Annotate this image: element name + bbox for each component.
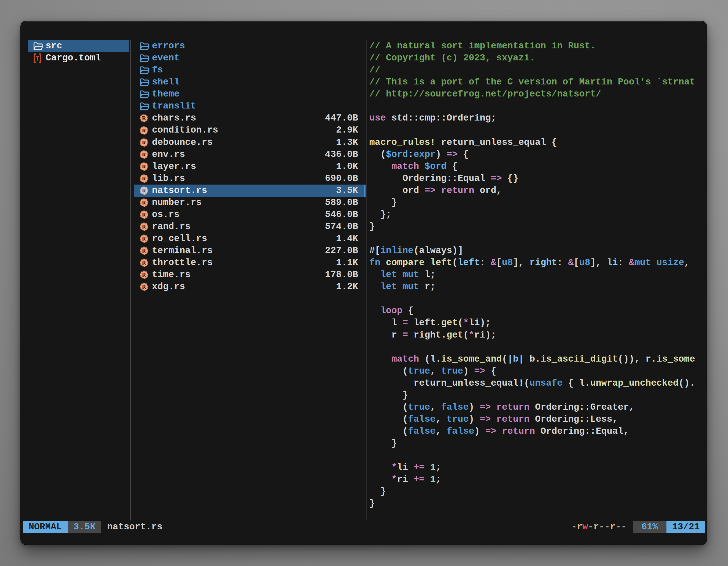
svg-text:R: R (142, 128, 146, 133)
svg-text:R: R (142, 164, 146, 170)
svg-text:R: R (142, 224, 146, 230)
svg-text:R: R (142, 272, 146, 278)
svg-text:R: R (142, 212, 146, 218)
svg-text:R: R (142, 260, 146, 266)
svg-text:R: R (142, 200, 146, 206)
svg-text:R: R (142, 248, 146, 254)
svg-text:R: R (142, 116, 146, 121)
svg-text:R: R (142, 140, 146, 146)
svg-text:R: R (142, 176, 146, 182)
svg-text:R: R (142, 284, 146, 290)
svg-text:R: R (142, 188, 146, 194)
svg-text:R: R (142, 152, 146, 158)
svg-text:R: R (142, 236, 146, 242)
